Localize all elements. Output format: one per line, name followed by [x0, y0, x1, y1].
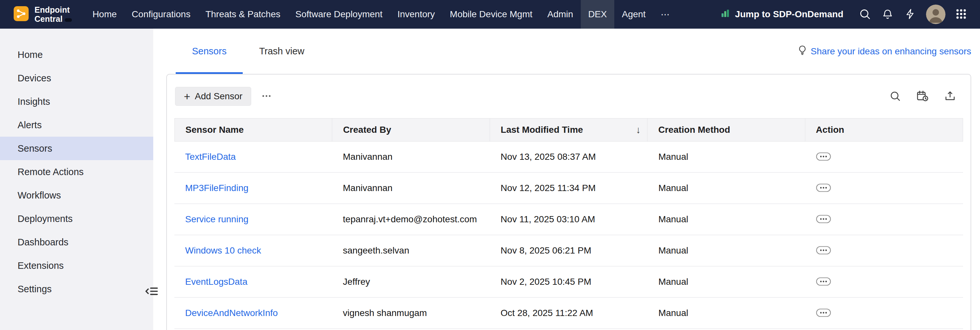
modified-time-cell: Nov 12, 2025 11:34 PM	[490, 173, 648, 203]
created-by-cell: Manivannan	[332, 142, 490, 172]
user-avatar[interactable]	[926, 5, 945, 24]
action-cell	[805, 204, 963, 234]
brand-badge	[65, 18, 72, 22]
table-body: TextFileData Manivannan Nov 13, 2025 08:…	[174, 142, 963, 329]
export-icon	[944, 90, 956, 103]
sensors-table: Sensor Name Created By Last Modified Tim…	[174, 118, 963, 329]
sidebar: HomeDevicesInsightsAlertsSensorsRemote A…	[0, 29, 153, 330]
action-cell	[805, 173, 963, 203]
row-actions-ellipsis-icon	[816, 246, 831, 255]
action-cell	[805, 235, 963, 266]
navbar-item-more[interactable]: ⋯	[653, 0, 677, 29]
scheduled-view-icon	[916, 89, 929, 104]
navbar-item-inventory[interactable]: Inventory	[390, 0, 442, 29]
row-actions-button[interactable]	[816, 246, 831, 255]
row-actions-button[interactable]	[816, 183, 831, 193]
sensor-name-link[interactable]: TextFileData	[185, 151, 236, 162]
sidebar-item-settings[interactable]: Settings	[0, 277, 153, 301]
sidebar-item-devices[interactable]: Devices	[0, 66, 153, 90]
navbar-items: HomeConfigurationsThreats & PatchesSoftw…	[85, 0, 677, 29]
sidebar-item-remote-actions[interactable]: Remote Actions	[0, 160, 153, 183]
navbar-item-agent[interactable]: Agent	[614, 0, 653, 29]
navbar-item-home[interactable]: Home	[85, 0, 124, 29]
sidebar-item-deployments[interactable]: Deployments	[0, 207, 153, 230]
table-row: MP3FileFinding Manivannan Nov 12, 2025 1…	[174, 173, 963, 204]
sensor-name-link[interactable]: Windows 10 check	[185, 246, 261, 256]
add-sensor-label: Add Sensor	[195, 91, 242, 102]
sidebar-item-alerts[interactable]: Alerts	[0, 113, 153, 137]
column-header-action[interactable]: Action	[805, 118, 963, 141]
bulb-icon	[797, 45, 808, 57]
modified-time-cell: Oct 28, 2025 11:22 AM	[490, 298, 648, 328]
sensor-name-link[interactable]: Service running	[185, 214, 248, 225]
quick-actions-button[interactable]	[903, 7, 918, 21]
navbar-item-configurations[interactable]: Configurations	[124, 0, 198, 29]
sensor-name-link[interactable]: DeviceAndNetworkInfo	[185, 308, 278, 318]
endpoint-central-logo-icon	[13, 6, 29, 23]
sensor-name-cell: Service running	[174, 204, 332, 234]
search-icon	[859, 8, 871, 21]
apps-launcher-button[interactable]	[954, 7, 968, 21]
modified-time-cell: Nov 13, 2025 08:37 AM	[490, 142, 648, 172]
modified-time-cell: Nov 2, 2025 10:45 PM	[490, 266, 648, 297]
column-header-label: Created By	[343, 124, 391, 135]
sensor-name-cell: TextFileData	[174, 142, 332, 172]
jump-to-sdp-link[interactable]: Jump to SDP-OnDemand	[720, 8, 843, 21]
bell-icon	[882, 8, 894, 21]
sensor-name-link[interactable]: MP3FileFinding	[185, 183, 248, 193]
creation-method-cell: Manual	[648, 266, 805, 297]
sidebar-item-home[interactable]: Home	[0, 43, 153, 66]
row-actions-button[interactable]	[816, 152, 831, 162]
sensor-name-link[interactable]: EventLogsData	[185, 277, 247, 287]
top-navbar: Endpoint Central HomeConfigurationsThrea…	[0, 0, 980, 29]
creation-method-cell: Manual	[648, 298, 805, 328]
created-by-cell: tepanraj.vt+demo@zohotest.com	[332, 204, 490, 234]
row-actions-ellipsis-icon	[816, 183, 831, 193]
share-ideas-label: Share your ideas on enhancing sensors	[811, 46, 971, 57]
brand-name: Endpoint Central	[35, 5, 72, 24]
tabs: SensorsTrash view	[176, 29, 321, 74]
navbar-item-software-deployment[interactable]: Software Deployment	[288, 0, 390, 29]
column-header-sensor-name[interactable]: Sensor Name	[175, 118, 332, 141]
collapse-sidebar-icon	[144, 284, 159, 300]
column-header-creation-method[interactable]: Creation Method	[648, 118, 805, 141]
sidebar-collapse-button[interactable]	[144, 284, 159, 300]
sidebar-item-dashboards[interactable]: Dashboards	[0, 230, 153, 254]
row-actions-button[interactable]	[816, 215, 831, 224]
export-button[interactable]	[944, 90, 956, 103]
row-actions-ellipsis-icon	[816, 215, 831, 224]
navbar-item-admin[interactable]: Admin	[540, 0, 581, 29]
column-header-last-modified-time[interactable]: Last Modified Time ↓	[490, 118, 648, 141]
row-actions-button[interactable]	[816, 309, 831, 318]
more-actions-button[interactable]	[261, 91, 272, 102]
add-sensor-button[interactable]: + Add Sensor	[175, 87, 251, 106]
sidebar-item-extensions[interactable]: Extensions	[0, 254, 153, 277]
navbar-item-dex[interactable]: DEX	[581, 0, 615, 29]
table-search-button[interactable]	[889, 90, 901, 103]
sensor-name-cell: EventLogsData	[174, 266, 332, 297]
action-cell	[805, 266, 963, 297]
modified-time-cell: Nov 8, 2025 06:21 PM	[490, 235, 648, 266]
action-cell	[805, 298, 963, 328]
table-row: Service running tepanraj.vt+demo@zohotes…	[174, 204, 963, 235]
tab-sensors[interactable]: Sensors	[176, 29, 243, 74]
column-header-created-by[interactable]: Created By	[332, 118, 490, 141]
scheduled-view-button[interactable]	[916, 89, 929, 104]
table-header: Sensor Name Created By Last Modified Tim…	[174, 118, 963, 142]
sensor-name-cell: Windows 10 check	[174, 235, 332, 266]
navbar-item-threats-patches[interactable]: Threats & Patches	[198, 0, 288, 29]
navbar-item-mobile-device-mgmt[interactable]: Mobile Device Mgmt	[442, 0, 540, 29]
notifications-button[interactable]	[880, 7, 895, 21]
row-actions-button[interactable]	[816, 277, 831, 287]
tab-trash-view[interactable]: Trash view	[243, 29, 320, 74]
table-row: TextFileData Manivannan Nov 13, 2025 08:…	[174, 142, 963, 173]
table-row: EventLogsData Jeffrey Nov 2, 2025 10:45 …	[174, 266, 963, 298]
search-button[interactable]	[858, 7, 872, 21]
brand[interactable]: Endpoint Central	[0, 0, 85, 29]
ellipsis-icon	[261, 91, 272, 102]
sidebar-item-insights[interactable]: Insights	[0, 90, 153, 113]
sidebar-item-workflows[interactable]: Workflows	[0, 183, 153, 207]
share-ideas-link[interactable]: Share your ideas on enhancing sensors	[797, 29, 971, 74]
sidebar-item-sensors[interactable]: Sensors	[0, 137, 153, 160]
column-header-label: Last Modified Time	[501, 124, 583, 135]
